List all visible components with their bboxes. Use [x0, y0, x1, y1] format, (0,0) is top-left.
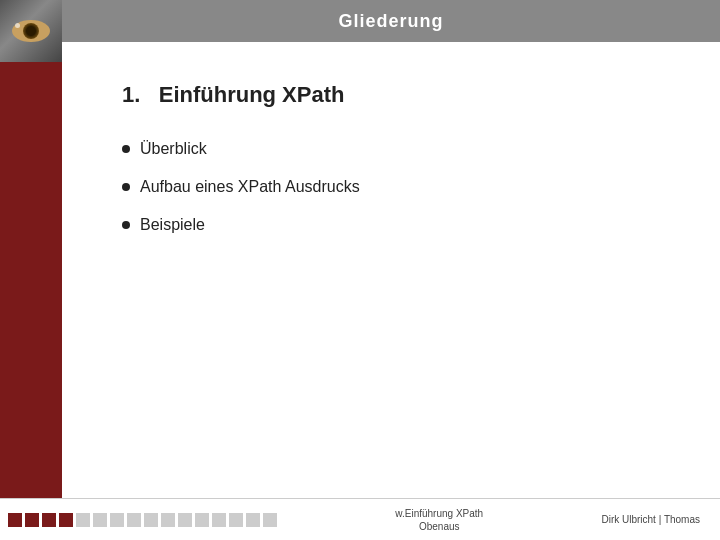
progress-square — [93, 513, 107, 527]
footer-bar: w.Einführung XPath Obenaus Dirk Ulbricht… — [0, 498, 720, 540]
eye-outer — [12, 20, 50, 42]
header-bar: Gliederung — [62, 0, 720, 42]
footer-center-line1: w.Einführung XPath — [395, 507, 483, 520]
list-item: Aufbau eines XPath Ausdrucks — [122, 178, 660, 196]
progress-squares — [8, 513, 277, 527]
footer-center-line2: Obenaus — [419, 520, 460, 533]
progress-square — [76, 513, 90, 527]
progress-square — [127, 513, 141, 527]
bullet-text: Aufbau eines XPath Ausdrucks — [140, 178, 360, 196]
bullet-dot — [122, 221, 130, 229]
progress-square — [42, 513, 56, 527]
sidebar-photo — [0, 0, 62, 62]
header-title: Gliederung — [338, 11, 443, 32]
eye-highlight — [15, 23, 20, 28]
bullet-dot — [122, 145, 130, 153]
progress-square — [212, 513, 226, 527]
section-heading: 1. Einführung XPath — [122, 82, 660, 108]
progress-square — [246, 513, 260, 527]
section-number: 1. — [122, 82, 140, 107]
footer-right: Dirk Ulbricht | Thomas — [601, 514, 700, 525]
section-title: Einführung XPath — [159, 82, 345, 107]
progress-square — [161, 513, 175, 527]
bullet-text: Beispiele — [140, 216, 205, 234]
progress-square — [59, 513, 73, 527]
progress-square — [144, 513, 158, 527]
progress-square — [25, 513, 39, 527]
footer-center: w.Einführung XPath Obenaus — [277, 507, 601, 533]
bullet-text: Überblick — [140, 140, 207, 158]
bullet-list: ÜberblickAufbau eines XPath AusdrucksBei… — [122, 140, 660, 234]
eye-graphic — [0, 0, 62, 62]
main-content: 1. Einführung XPath ÜberblickAufbau eine… — [62, 42, 720, 498]
progress-square — [263, 513, 277, 527]
left-sidebar — [0, 0, 62, 540]
list-item: Überblick — [122, 140, 660, 158]
progress-square — [178, 513, 192, 527]
progress-square — [110, 513, 124, 527]
bullet-dot — [122, 183, 130, 191]
list-item: Beispiele — [122, 216, 660, 234]
progress-square — [229, 513, 243, 527]
progress-square — [8, 513, 22, 527]
eye-iris — [23, 23, 39, 39]
progress-square — [195, 513, 209, 527]
